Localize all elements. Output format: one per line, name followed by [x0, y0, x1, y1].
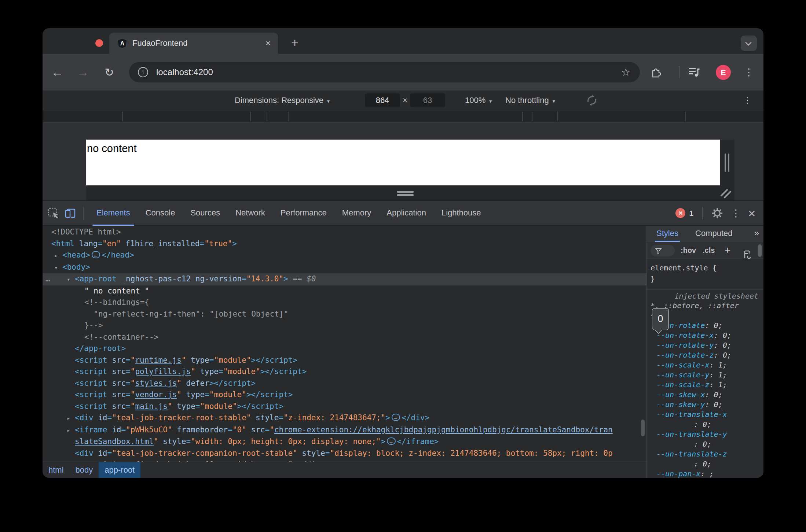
toggle-device-toolbar-icon[interactable] [65, 207, 76, 219]
throttling-dropdown[interactable]: No throttling▾ [505, 90, 555, 110]
css-line[interactable]: --un-pan-x: ; [647, 469, 763, 478]
css-line[interactable]: --un-translate-z [647, 449, 763, 459]
dimensions-times: × [403, 90, 407, 110]
media-controls-icon[interactable] [686, 54, 703, 90]
device-mode-canvas: no content [43, 123, 763, 200]
more-tabs-icon[interactable]: » [754, 226, 758, 242]
css-line[interactable]: : 0; [647, 420, 763, 429]
tab-search-button[interactable] [741, 36, 757, 51]
dom-tree-row[interactable]: ▸<div id="teal-job-tracker-root-stable" … [43, 412, 646, 424]
tab-memory[interactable]: Memory [334, 201, 379, 226]
dom-tree-row[interactable]: <div id="teal-job-tracker-companion-root… [43, 448, 646, 459]
viewport-height-drag-handle[interactable] [397, 191, 414, 193]
styles-filter-input[interactable]: Filter [651, 245, 675, 256]
forward-button[interactable]: → [75, 54, 91, 90]
new-style-rule-button[interactable]: + [725, 242, 730, 259]
tab-lighthouse[interactable]: Lighthouse [434, 201, 489, 226]
breadcrumb-app-root[interactable]: app-root [99, 462, 140, 478]
viewport-width-input[interactable] [365, 93, 400, 107]
css-line[interactable]: --un-rotate-y: 0; [647, 340, 763, 350]
device-toolbar-menu-icon[interactable]: ⋮ [740, 90, 755, 110]
dom-tree-row[interactable]: <!--container--> [43, 332, 646, 343]
tab-computed[interactable]: Computed [695, 226, 733, 242]
viewport-width-drag-handle[interactable] [728, 154, 729, 172]
breadcrumb-html[interactable]: html [43, 462, 70, 478]
window-close-button[interactable] [95, 39, 103, 47]
tab-styles[interactable]: Styles [656, 226, 678, 242]
dom-tree-row[interactable]: "ng-reflect-ng-if-then": "[object Object… [43, 309, 646, 320]
css-line[interactable]: --un-scale-z: 1; [647, 380, 763, 390]
dom-tree-row[interactable]: </app-root> [43, 343, 646, 355]
css-line[interactable]: --un-skew-y: 0; [647, 400, 763, 410]
element-class-button[interactable]: .cls [703, 242, 715, 259]
dom-tree-row[interactable]: x; position: fixed; height: 60px; width:… [43, 459, 646, 462]
dom-tree-row[interactable]: }--> [43, 320, 646, 332]
tab-console[interactable]: Console [138, 201, 183, 226]
error-count[interactable]: 1 [689, 209, 693, 218]
dom-tree-row[interactable]: <script src="styles.js" defer></script> [43, 378, 646, 389]
dom-tree-row[interactable]: <script src="polyfills.js" type="module"… [43, 366, 646, 378]
tab-close-icon[interactable]: × [265, 39, 271, 48]
pseudo-state-button[interactable]: :hov [681, 242, 696, 259]
reload-button[interactable]: ↻ [101, 54, 117, 90]
scrollbar-thumb[interactable] [641, 420, 645, 436]
dom-tree-row[interactable]: ▾<body> [43, 262, 646, 274]
tab-application[interactable]: Application [379, 201, 434, 226]
tab-elements[interactable]: Elements [89, 201, 138, 226]
viewport-corner-resize-handle[interactable] [719, 188, 732, 199]
ruler-tick [122, 112, 123, 121]
tab-network[interactable]: Network [228, 201, 273, 226]
css-line[interactable]: : 0; [647, 439, 763, 449]
dom-tree-row[interactable]: <!--bindings={ [43, 297, 646, 309]
rotate-viewport-icon[interactable] [585, 94, 598, 107]
back-button[interactable]: ← [49, 54, 65, 90]
dom-tree-row[interactable]: …▾<app-root _nghost-pas-c12 ng-version="… [43, 273, 646, 285]
stylesheet-source-link[interactable]: injected stylesheet [647, 290, 763, 301]
css-line[interactable]: --un-rotate-x: 0; [647, 330, 763, 340]
tab-performance[interactable]: Performance [273, 201, 334, 226]
url-text[interactable]: localhost:4200 [156, 67, 621, 77]
css-line[interactable]: --un-skew-x: 0; [647, 390, 763, 400]
profile-avatar[interactable]: E [716, 65, 731, 80]
bookmark-star-icon[interactable]: ☆ [621, 66, 630, 78]
devtools-menu-icon[interactable]: ⋮ [731, 207, 741, 219]
dom-tree-row[interactable]: slateSandbox.html" style="width: 0px; he… [43, 436, 646, 448]
dom-tree-row[interactable]: ▸<iframe id="pWHk5uCO" frameborder="0" s… [43, 424, 646, 436]
viewport-height-input[interactable] [410, 93, 445, 107]
extensions-icon[interactable] [648, 54, 663, 90]
devtools-close-icon[interactable]: × [748, 207, 755, 219]
css-line[interactable]: element.style { [647, 262, 763, 273]
viewport-right-gutter [720, 140, 734, 185]
dom-tree-row[interactable]: <!DOCTYPE html> [43, 226, 646, 238]
viewport-width-drag-handle[interactable] [725, 154, 726, 172]
scrollbar-thumb[interactable] [758, 244, 762, 257]
css-line[interactable]: --un-scale-y: 1; [647, 370, 763, 380]
dom-tree-row[interactable]: <script src="vendor.js" type="module"></… [43, 389, 646, 401]
css-line[interactable]: --un-translate-x [647, 410, 763, 420]
inspect-element-icon[interactable] [48, 207, 59, 219]
css-line[interactable]: --un-rotate-z: 0; [647, 350, 763, 360]
new-tab-button[interactable]: + [287, 36, 302, 50]
address-bar[interactable]: i localhost:4200 ☆ [129, 62, 640, 82]
dimensions-dropdown[interactable]: Dimensions: Responsive▾ [235, 90, 330, 110]
dom-tree-row[interactable]: <script src="runtime.js" type="module"><… [43, 355, 646, 366]
browser-menu-icon[interactable]: ⋮ [741, 54, 756, 90]
dom-tree-row[interactable]: <html lang="en" f1hire_installed="true"> [43, 238, 646, 250]
dom-tree-row[interactable]: <script src="main.js" type="module"></sc… [43, 401, 646, 413]
browser-tab[interactable]: A FudaoFrontend × [109, 33, 278, 54]
css-line[interactable]: --un-translate-y [647, 429, 763, 439]
breadcrumb-body[interactable]: body [70, 462, 99, 478]
css-line[interactable]: } [647, 273, 763, 284]
site-info-icon[interactable]: i [138, 67, 148, 77]
css-line[interactable]: --un-scale-x: 1; [647, 360, 763, 370]
css-line[interactable]: : 0; [647, 459, 763, 469]
dom-tree-row[interactable]: " no content " [43, 285, 646, 297]
zoom-dropdown[interactable]: 100%▾ [465, 90, 492, 110]
dom-tree-row[interactable]: ▸<head>…</head> [43, 250, 646, 262]
tab-sources[interactable]: Sources [183, 201, 228, 226]
settings-gear-icon[interactable] [711, 207, 723, 219]
viewport-height-drag-handle[interactable] [397, 194, 414, 196]
device-toolbar: Dimensions: Responsive▾ × 100%▾ No throt… [43, 90, 763, 110]
svg-text:A: A [120, 40, 125, 46]
error-badge-icon[interactable]: ✕ [675, 208, 685, 218]
